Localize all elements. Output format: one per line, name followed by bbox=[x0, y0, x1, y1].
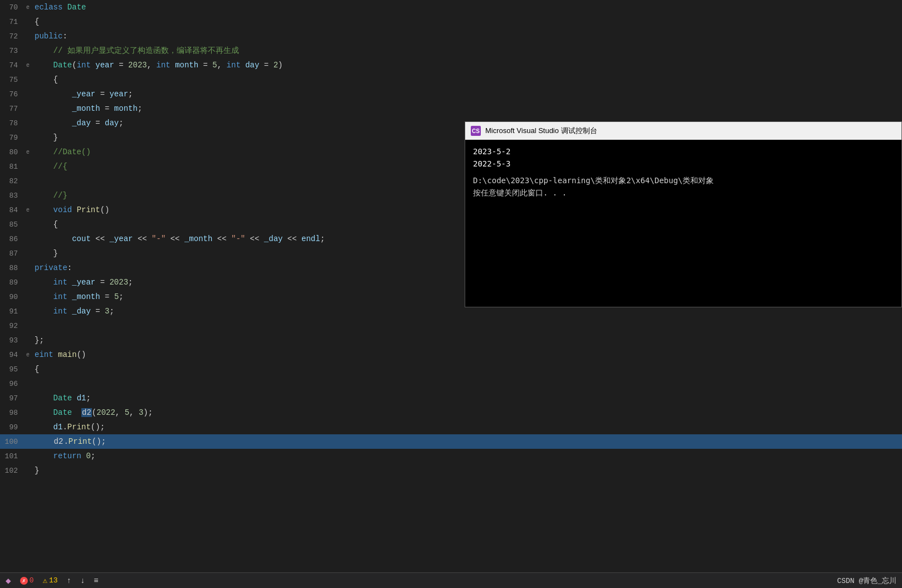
table-row: 101 return 0; bbox=[0, 449, 902, 463]
table-row: 71 { bbox=[0, 14, 902, 29]
main-area: 70 e eclass Date 71 { 72 public: 73 // bbox=[0, 0, 902, 572]
debug-title-text: Microsoft Visual Studio 调试控制台 bbox=[485, 126, 597, 136]
table-row: 72 public: bbox=[0, 29, 902, 43]
filter-button[interactable]: ≡ bbox=[94, 576, 98, 585]
status-icon: ◆ bbox=[6, 575, 11, 586]
debug-titlebar: CS Microsoft Visual Studio 调试控制台 bbox=[465, 122, 901, 140]
table-row: 70 e eclass Date bbox=[0, 0, 902, 14]
debug-prompt: 按任意键关闭此窗口. . . bbox=[473, 187, 894, 199]
table-row: 73 // 如果用户显式定义了构造函数，编译器将不再生成 bbox=[0, 43, 902, 58]
table-row: 93 }; bbox=[0, 333, 902, 347]
status-bar: ◆ ✗ 0 ⚠ 13 ↑ ↓ ≡ CSDN @青色_忘川 bbox=[0, 572, 902, 588]
table-row: 76 _year = year; bbox=[0, 87, 902, 101]
debug-path: D:\code\2023\cpp-learning\类和对象2\x64\Debu… bbox=[473, 174, 894, 187]
table-row: 97 Date d1; bbox=[0, 391, 902, 405]
debug-line-1: 2023-5-2 bbox=[473, 145, 894, 158]
debug-icon: CS bbox=[471, 126, 481, 136]
debug-line-2: 2022-5-3 bbox=[473, 158, 894, 170]
table-row: 77 _month = month; bbox=[0, 101, 902, 116]
brand-text: CSDN @青色_忘川 bbox=[837, 576, 896, 586]
up-arrow-button[interactable]: ↑ bbox=[67, 576, 71, 585]
table-row: 95 { bbox=[0, 362, 902, 376]
table-row: 99 d1.Print(); bbox=[0, 420, 902, 434]
table-row: 75 { bbox=[0, 72, 902, 87]
table-row: 96 bbox=[0, 376, 902, 391]
table-row: 102 } bbox=[0, 463, 902, 478]
table-row: 74 e Date(int year = 2023, int month = 5… bbox=[0, 58, 902, 72]
warning-count[interactable]: ⚠ 13 bbox=[42, 576, 57, 585]
debug-console-window[interactable]: CS Microsoft Visual Studio 调试控制台 2023-5-… bbox=[465, 121, 902, 307]
error-count[interactable]: ✗ 0 bbox=[20, 576, 34, 585]
table-row: 94 e eint main() bbox=[0, 347, 902, 362]
debug-output: 2023-5-2 2022-5-3 D:\code\2023\cpp-learn… bbox=[465, 140, 901, 307]
table-row: 100 d2.Print(); bbox=[0, 434, 902, 449]
table-row: 92 bbox=[0, 318, 902, 333]
down-arrow-button[interactable]: ↓ bbox=[80, 576, 85, 585]
table-row: 98 Date d2(2022, 5, 3); bbox=[0, 405, 902, 420]
